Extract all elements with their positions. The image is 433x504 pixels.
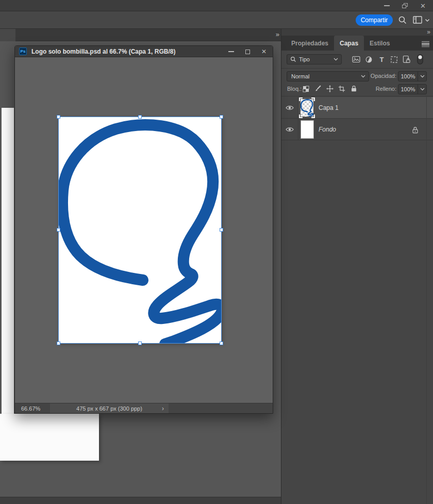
layer-content[interactable]: Fondo [298,119,433,140]
lock-position-icon[interactable] [326,85,334,93]
filter-kind-label: Tipo [299,56,310,62]
doc-maximize-button[interactable] [245,50,250,54]
tab-estilos[interactable]: Estilos [364,36,395,51]
zoom-level-field[interactable]: 66.67% [21,405,45,412]
share-button[interactable]: Compartir [356,14,393,26]
layer-content[interactable]: Capa 1 [298,97,433,118]
app-window-controls: ✕ [384,0,426,11]
layer-name[interactable]: Fondo [319,126,336,133]
lock-icon [412,126,419,133]
lock-label: Bloq.: [287,86,302,92]
lock-row: Bloq.: Relleno: 100% [281,84,433,95]
bulb-artwork [58,117,222,344]
transparency-checkerboard [301,99,313,117]
lock-image-pixels-icon[interactable] [313,85,322,93]
divider [281,96,433,96]
lock-artboard-icon[interactable] [338,85,346,93]
filter-pixel-layers-icon[interactable] [352,55,360,63]
doc-minimize-button[interactable] [228,51,234,52]
layer-list: Capa 1 Fondo [281,97,433,140]
panel-tabs: Propiedades Capas Estilos [281,36,433,51]
selection-bracket [311,115,315,118]
collapse-panels-icon[interactable]: » [427,28,430,36]
opacity-field[interactable]: 100% [398,71,427,82]
layer-thumbnail[interactable] [300,99,314,117]
panel-menu-icon[interactable] [422,41,429,47]
filter-toggle-switch[interactable] [417,55,423,63]
app-titlebar: ✕ [0,0,433,11]
minimize-icon [228,51,234,52]
fill-value[interactable]: 100% [398,85,418,94]
selection-bracket [311,97,315,101]
document-dimensions: 475 px x 667 px (300 ppp) [76,405,142,412]
document-titlebar[interactable]: Ps Logo solo bombilla.psd al 66.7% (Capa… [15,46,273,57]
visibility-cell[interactable] [281,97,298,118]
background-document-canvas [0,414,99,461]
document-window-controls: ✕ [228,46,267,57]
eye-icon [286,126,294,133]
filter-smart-objects-icon[interactable] [402,55,410,63]
chevron-down-icon [334,58,338,61]
photoshop-app: ✕ Compartir » Ps Logo solo bombilla.psd … [0,0,433,504]
opacity-label: Opacidad: [359,73,396,79]
fill-field[interactable]: 100% [398,84,427,94]
maximize-icon [245,50,250,54]
selection-bracket [299,97,303,101]
filter-kind-dropdown[interactable]: Tipo [287,54,342,64]
restore-button[interactable] [402,3,408,8]
tab-capas[interactable]: Capas [334,36,364,51]
search-icon [290,56,296,62]
background-document-canvas-strip [2,108,14,414]
layer-name[interactable]: Capa 1 [319,104,339,111]
blend-mode-value: Normal [291,73,309,79]
filter-shape-layers-icon[interactable] [390,55,398,63]
canvas-area [15,57,273,403]
status-chevron-icon[interactable]: › [162,405,164,412]
document-info-field[interactable]: 475 px x 667 px (300 ppp) › [50,403,169,414]
svg-text:T: T [379,56,384,63]
layer-row-fondo[interactable]: Fondo [281,119,433,140]
layers-panel: Tipo T [281,51,433,504]
filter-adjustment-layers-icon[interactable] [364,55,373,63]
blend-mode-dropdown[interactable]: Normal [287,71,369,82]
background-document-statusbar [0,497,281,504]
fill-label: Relleno: [359,86,396,92]
opacity-value[interactable]: 100% [398,72,418,81]
tab-overflow-chevrons-icon[interactable]: » [276,30,279,38]
eye-icon [286,105,294,111]
panel-scroll-gutter[interactable] [426,97,427,504]
divider [281,68,433,69]
document-window: Ps Logo solo bombilla.psd al 66.7% (Capa… [14,45,273,414]
document-title: Logo solo bombilla.psd al 66.7% (Capa 1,… [31,48,175,55]
close-button[interactable]: ✕ [420,3,426,9]
lock-transparent-pixels-icon[interactable] [302,85,310,93]
tab-propiedades[interactable]: Propiedades [286,36,334,51]
workspace-icon[interactable] [413,16,422,24]
minimize-icon [384,5,390,6]
document-canvas[interactable] [58,117,222,344]
ps-file-icon: Ps [19,47,27,55]
layer-row-capa1[interactable]: Capa 1 [281,97,433,119]
layer-thumbnail[interactable] [301,120,314,139]
minimize-button[interactable] [384,5,390,6]
document-tab-strip: » [0,29,281,41]
layer-filter-row: Tipo T [281,54,433,65]
bulb-thumbnail-art [301,99,313,117]
visibility-cell[interactable] [281,119,298,140]
blend-mode-row: Normal Opacidad: 100% [281,71,433,82]
chevron-down-icon[interactable] [418,85,426,94]
chevron-down-icon[interactable] [425,19,430,22]
filter-type-layers-icon[interactable]: T [377,55,386,63]
search-icon[interactable] [398,15,407,25]
lock-all-icon[interactable] [349,85,358,93]
dock-header: » [281,29,433,36]
document-statusbar: 66.67% 475 px x 667 px (300 ppp) › [15,403,273,414]
doc-close-button[interactable]: ✕ [261,48,267,55]
chevron-down-icon[interactable] [418,72,426,81]
selection-bracket [299,115,303,118]
options-bar: Compartir [0,11,433,29]
panel-dock: » Propiedades Capas Estilos Tipo [281,29,433,504]
tab-strip-corner [0,29,15,41]
